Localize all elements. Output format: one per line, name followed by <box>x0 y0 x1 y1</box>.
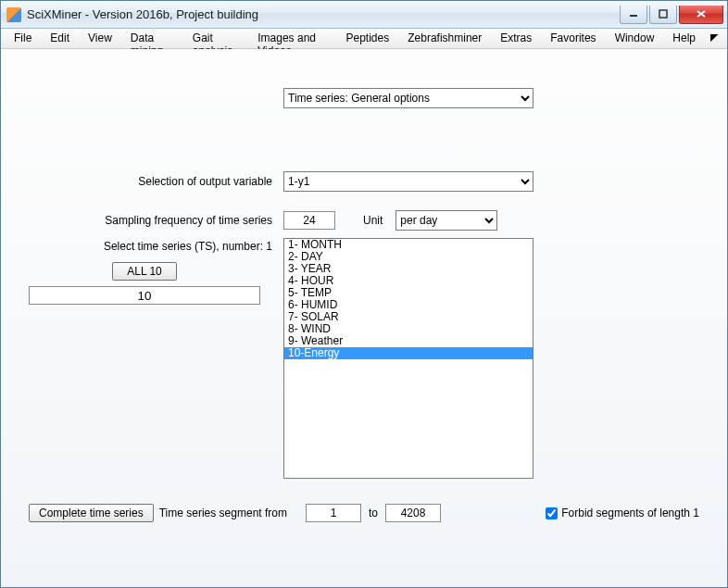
segment-from-label: Time series segment from <box>159 507 287 519</box>
unit-select[interactable]: per day <box>395 210 497 231</box>
forbid-checkbox-label: Forbid segments of length 1 <box>561 507 699 519</box>
app-icon <box>6 7 21 22</box>
app-window: SciXMiner - Version 2016b, Project build… <box>0 0 728 588</box>
time-series-label: Select time series (TS), number: 1 <box>19 238 283 253</box>
menu-extras[interactable]: Extras <box>491 29 541 48</box>
menu-data-mining[interactable]: Data mining <box>121 29 183 48</box>
close-icon <box>696 9 707 19</box>
section-select[interactable]: Time series: General options <box>283 88 533 108</box>
time-series-listbox[interactable]: 1- MONTH2- DAY3- YEAR4- HOUR5- TEMP6- HU… <box>283 238 533 479</box>
bottom-row: Complete time series Time series segment… <box>29 504 699 522</box>
segment-to-input[interactable] <box>385 504 441 522</box>
menu-overflow-icon[interactable]: ◤ <box>705 29 723 48</box>
titlebar: SciXMiner - Version 2016b, Project build… <box>1 1 727 29</box>
list-item[interactable]: 10-Energy <box>284 347 533 359</box>
sampling-frequency-input[interactable] <box>283 211 335 230</box>
forbid-checkbox[interactable] <box>546 507 558 519</box>
output-variable-label: Selection of output variable <box>19 175 283 188</box>
maximize-button[interactable] <box>649 6 677 24</box>
client-area: Time series: General options Selection o… <box>1 49 727 587</box>
all-button[interactable]: ALL 10 <box>112 262 177 281</box>
menu-zebrafishminer[interactable]: Zebrafishminer <box>398 29 491 48</box>
close-button[interactable] <box>679 6 723 24</box>
segment-to-label: to <box>369 507 378 519</box>
window-controls <box>618 6 723 24</box>
menu-file[interactable]: File <box>5 29 41 48</box>
menu-images-videos[interactable]: Images and Videos <box>248 29 336 48</box>
complete-time-series-button[interactable]: Complete time series <box>29 504 154 522</box>
menu-edit[interactable]: Edit <box>41 29 79 48</box>
forbid-checkbox-wrap[interactable]: Forbid segments of length 1 <box>542 505 699 522</box>
svg-rect-1 <box>659 10 667 18</box>
menubar: File Edit View Data mining Gait analysis… <box>1 29 727 49</box>
menu-favorites[interactable]: Favorites <box>541 29 605 48</box>
sampling-frequency-label: Sampling frequency of time series <box>19 214 283 227</box>
maximize-icon <box>659 9 668 19</box>
window-title: SciXMiner - Version 2016b, Project build… <box>27 7 618 21</box>
menu-help[interactable]: Help <box>663 29 705 48</box>
menu-gait-analysis[interactable]: Gait analysis <box>183 29 248 48</box>
segment-from-input[interactable] <box>306 504 361 522</box>
minimize-icon <box>629 9 638 19</box>
minimize-button[interactable] <box>620 6 647 24</box>
count-input[interactable] <box>29 286 260 305</box>
unit-label: Unit <box>363 214 383 227</box>
menu-window[interactable]: Window <box>606 29 664 48</box>
menu-view[interactable]: View <box>79 29 121 48</box>
left-control-stack: ALL 10 <box>29 262 260 305</box>
output-variable-select[interactable]: 1-y1 <box>283 171 533 192</box>
menu-peptides[interactable]: Peptides <box>337 29 399 48</box>
